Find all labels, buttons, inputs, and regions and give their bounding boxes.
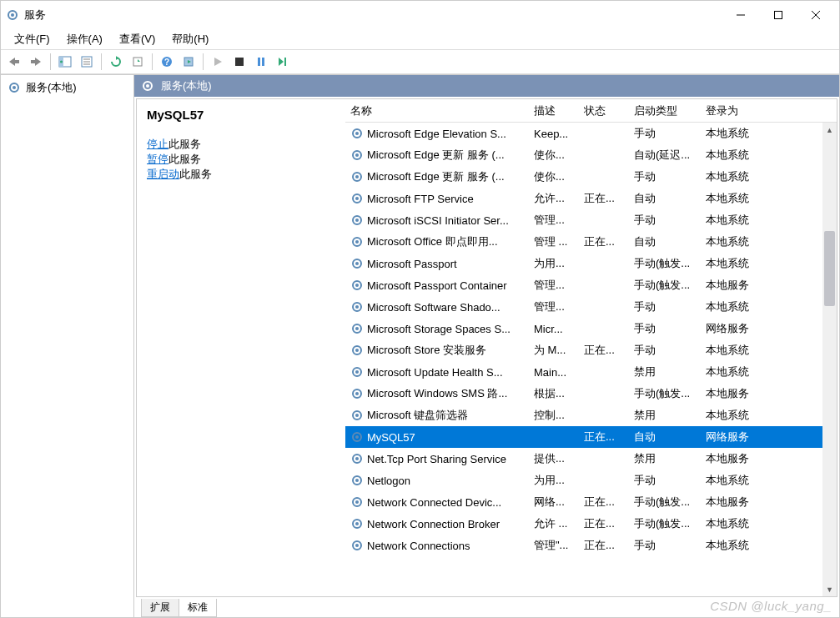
menu-view[interactable]: 查看(V) [111,29,163,49]
service-name-cell: Net.Tcp Port Sharing Service [367,453,506,465]
table-row[interactable]: Network Connected Devic...网络...正在...手动(触… [345,491,837,513]
table-row[interactable]: Netlogon为用...手动本地系统 [345,470,837,491]
table-row[interactable]: MySQL57正在...自动网络服务 [345,426,837,448]
table-row[interactable]: Microsoft Passport Container管理...手动(触发..… [345,274,837,296]
properties-button[interactable] [77,52,97,72]
menubar: 文件(F) 操作(A) 查看(V) 帮助(H) [1,29,839,49]
selected-service-name: MySQL57 [147,108,335,122]
menu-file[interactable]: 文件(F) [6,29,58,49]
maximize-button[interactable] [759,3,797,28]
svg-rect-20 [258,58,260,66]
minimize-button[interactable] [722,3,759,28]
table-row[interactable]: Microsoft Update Health S...Main...禁用本地系… [345,361,837,383]
restart-link[interactable]: 重启动 [147,168,179,180]
gear-icon [350,495,364,509]
service-start-cell: 手动(触发... [629,256,701,271]
vertical-scrollbar[interactable]: ▲ ▼ [822,123,837,596]
start-service-button[interactable] [208,52,228,72]
svg-point-62 [355,500,359,504]
export-button[interactable] [128,52,148,72]
menu-action[interactable]: 操作(A) [58,29,111,49]
table-row[interactable]: Microsoft Edge 更新 服务 (...使你...手动本地系统 [345,166,837,188]
service-name-cell: Microsoft 键盘筛选器 [367,408,468,423]
stop-link[interactable]: 停止 [147,138,169,150]
service-start-cell: 手动 [629,343,701,358]
col-desc[interactable]: 描述 [529,99,579,122]
col-status[interactable]: 状态 [579,99,629,122]
svg-point-66 [355,544,359,547]
forward-button[interactable] [26,52,46,72]
service-logon-cell: 本地服务 [701,278,776,293]
svg-point-24 [13,86,16,89]
col-name[interactable]: 名称 [345,99,529,122]
pause-service-button[interactable] [251,52,271,72]
scroll-thumb[interactable] [824,231,835,306]
stop-service-button[interactable] [229,52,249,72]
refresh-button[interactable] [106,52,126,72]
service-start-cell: 手动(触发... [629,386,701,401]
col-start[interactable]: 启动类型 [629,99,701,122]
run-button[interactable] [179,52,199,72]
service-logon-cell: 本地系统 [701,213,776,228]
table-row[interactable]: Microsoft FTP Service允许...正在...自动本地系统 [345,188,837,209]
gear-icon [350,365,364,379]
table-row[interactable]: Microsoft Store 安装服务为 M...正在...手动本地系统 [345,339,837,361]
table-row[interactable]: Microsoft iSCSI Initiator Ser...管理...手动本… [345,209,837,231]
table-row[interactable]: Microsoft Software Shado...管理...手动本地系统 [345,296,837,318]
back-button[interactable] [4,52,24,72]
view-tabs: 扩展 标准 [134,599,839,617]
tree-pane[interactable]: 服务(本地) [1,75,134,617]
table-row[interactable]: Network Connections管理"...正在...手动本地系统 [345,535,837,556]
table-row[interactable]: Microsoft Windows SMS 路...根据...手动(触发...本… [345,383,837,404]
svg-point-56 [355,435,359,439]
svg-point-64 [355,522,359,525]
services-window: 服务 文件(F) 操作(A) 查看(V) 帮助(H) ? 服 [0,0,840,618]
service-desc-cell: 提供... [529,451,579,466]
service-desc-cell: 允许... [529,191,579,206]
service-desc-cell: 为 M... [529,343,579,358]
service-logon-cell: 本地系统 [701,256,776,271]
tab-standard[interactable]: 标准 [179,599,217,617]
service-start-cell: 手动 [629,213,701,228]
table-row[interactable]: Microsoft Office 即点即用...管理 ...正在...自动本地系… [345,231,837,253]
scroll-up-icon[interactable]: ▲ [822,123,837,137]
close-button[interactable] [797,3,834,28]
gear-icon [350,170,364,183]
service-name-cell: Netlogon [367,475,410,487]
svg-rect-7 [31,60,35,63]
tab-extended[interactable]: 扩展 [141,599,179,617]
show-hide-tree-button[interactable] [55,52,75,72]
restart-service-button[interactable] [273,52,293,72]
service-logon-cell: 本地系统 [701,364,776,379]
service-logon-cell: 本地系统 [701,473,776,488]
svg-rect-3 [774,12,782,19]
table-row[interactable]: Microsoft Passport为用...手动(触发...本地系统 [345,253,837,274]
gear-icon [350,409,364,422]
service-desc-cell: 管理... [529,213,579,228]
gear-icon [350,214,364,227]
service-name-cell: Microsoft Store 安装服务 [367,343,486,358]
menu-help[interactable]: 帮助(H) [163,29,217,49]
svg-point-40 [355,262,359,265]
tree-node-services-local[interactable]: 服务(本地) [4,78,130,97]
gear-icon [350,300,364,314]
pause-link[interactable]: 暂停 [147,153,169,165]
service-name-cell: Microsoft Edge 更新 服务 (... [367,148,505,163]
help-button[interactable]: ? [157,52,177,72]
table-row[interactable]: Microsoft 键盘筛选器控制...禁用本地系统 [345,404,837,426]
col-logon[interactable]: 登录为 [701,99,776,122]
svg-point-26 [146,84,149,88]
scroll-down-icon[interactable]: ▼ [822,582,837,596]
gear-icon [350,474,364,487]
service-list[interactable]: 名称 描述 状态 启动类型 登录为 Microsoft Edge Elevati… [345,99,837,596]
table-row[interactable]: Microsoft Storage Spaces S...Micr...手动网络… [345,318,837,339]
table-row[interactable]: Microsoft Edge Elevation S...Keep...手动本地… [345,123,837,144]
service-start-cell: 手动 [629,321,701,336]
table-row[interactable]: Microsoft Edge 更新 服务 (...使你...自动(延迟...本地… [345,144,837,166]
service-status-cell: 正在... [579,495,629,510]
svg-rect-6 [15,60,19,63]
service-desc-cell: 使你... [529,169,579,184]
table-row[interactable]: Net.Tcp Port Sharing Service提供...禁用本地服务 [345,448,837,470]
svg-point-38 [355,240,359,244]
table-row[interactable]: Network Connection Broker允许 ...正在...手动(触… [345,513,837,535]
